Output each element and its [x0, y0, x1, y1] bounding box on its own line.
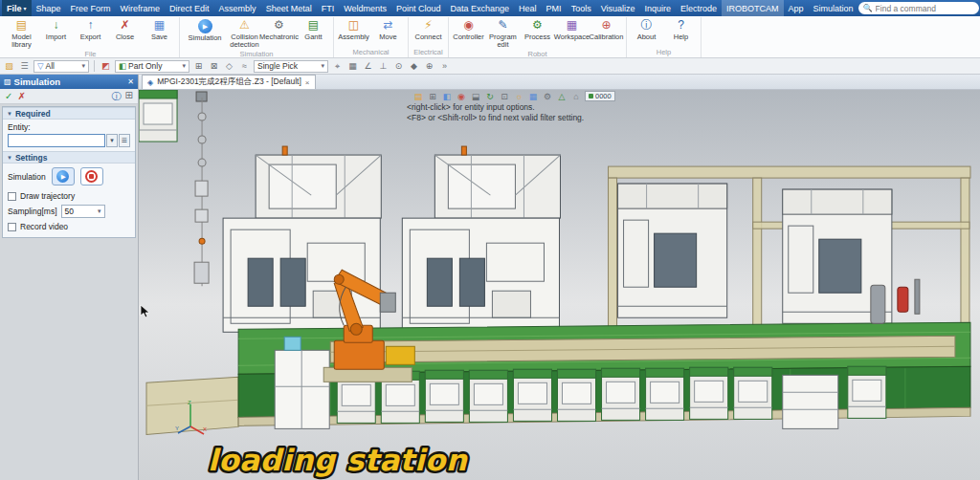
save-button[interactable]: ▦Save: [143, 17, 176, 41]
export-button[interactable]: ↑Export: [74, 17, 107, 41]
panel-close-icon[interactable]: ✕: [127, 77, 134, 86]
document-tab[interactable]: ◈ MPGI-2301完成2程序组合.Z3 - [Default] ×: [142, 75, 316, 89]
menu-tab-fti[interactable]: FTI: [317, 0, 340, 16]
bounds-icon[interactable]: ⊡: [499, 92, 510, 101]
menu-tab-wireframe[interactable]: Wireframe: [116, 0, 166, 16]
angle-snap-icon[interactable]: ∠: [362, 61, 374, 71]
layer-list-icon[interactable]: ☰: [18, 61, 31, 71]
window-layout-icon[interactable]: ⊞: [427, 92, 438, 101]
menu-tab-inquire[interactable]: Inquire: [640, 0, 677, 16]
menu-tab-electrode[interactable]: Electrode: [676, 0, 722, 16]
menu-tab-visualize[interactable]: Visualize: [596, 0, 640, 16]
loading-cabinet[interactable]: [275, 337, 329, 428]
menu-tab-sheet-metal[interactable]: Sheet Metal: [261, 0, 317, 16]
menu-tab-data-exchange[interactable]: Data Exchange: [446, 0, 515, 16]
center-snap-icon[interactable]: ⊙: [392, 61, 405, 71]
menu-tab-weldments[interactable]: Weldments: [339, 0, 391, 16]
menu-tab-assembly[interactable]: Assembly: [214, 0, 261, 16]
tab-close-icon[interactable]: ×: [305, 78, 310, 87]
pick-style-icon[interactable]: ◩: [100, 61, 112, 71]
cancel-icon[interactable]: ✗: [17, 91, 25, 101]
program-edit-button[interactable]: ✎Program edit: [486, 17, 520, 50]
menu-tab-pmi[interactable]: PMI: [542, 0, 567, 16]
assembly-button[interactable]: ◫Assembly: [337, 17, 370, 41]
workspace-button[interactable]: ▦Workspace: [555, 17, 589, 41]
select-chain-icon[interactable]: ≈: [238, 61, 251, 71]
perpendicular-snap-icon[interactable]: ⊥: [377, 61, 390, 71]
panel-header[interactable]: ▨ Simulation ✕: [0, 75, 138, 89]
intersection-snap-icon[interactable]: ⊕: [423, 61, 435, 71]
model-library-button[interactable]: ▤Model library: [5, 17, 38, 50]
simulation-button[interactable]: ▶Simulation: [183, 17, 227, 42]
pick-scope-dropdown[interactable]: ◧Part Only▾: [115, 60, 189, 73]
menu-tab-simulation[interactable]: Simulation: [809, 0, 858, 16]
menu-tab-tools[interactable]: Tools: [567, 0, 596, 16]
draw-trajectory-checkbox[interactable]: [8, 192, 16, 201]
sampling-combo[interactable]: 50 ▾: [61, 205, 105, 218]
required-section-header[interactable]: ▼ Required: [3, 107, 135, 120]
endpoint-snap-icon[interactable]: ◆: [408, 61, 420, 71]
menu-tab-irobotcam[interactable]: IROBOTCAM: [722, 0, 784, 16]
calibration-button[interactable]: ⊕Calibration: [590, 17, 623, 41]
pick-mode-dropdown[interactable]: Single Pick▾: [254, 60, 328, 73]
menu-tab-point-cloud[interactable]: Point Cloud: [391, 0, 446, 16]
light-icon[interactable]: ☼: [513, 92, 524, 101]
select-window-icon[interactable]: ⊞: [192, 61, 205, 71]
process-button[interactable]: ⚙Process: [521, 17, 554, 41]
machine-2[interactable]: [402, 146, 560, 332]
grid-snap-icon[interactable]: ▦: [346, 61, 359, 71]
command-search[interactable]: 🔍: [858, 2, 979, 14]
menu-tab-app[interactable]: App: [784, 0, 809, 16]
machine-3[interactable]: [618, 184, 727, 317]
entity-input[interactable]: [8, 134, 105, 147]
menu-tab-heal[interactable]: Heal: [514, 0, 542, 16]
move-button[interactable]: ⇄Move: [371, 17, 405, 41]
select-polygon-icon[interactable]: ◇: [223, 61, 235, 71]
tool-rack[interactable]: [194, 92, 209, 286]
info-icon[interactable]: ⓘ: [112, 90, 122, 103]
hatch-icon[interactable]: ▦: [527, 92, 539, 101]
entity-list-icon[interactable]: ☰: [119, 134, 130, 147]
machine-1[interactable]: [223, 146, 381, 332]
hint-line-2: <F8> or <Shift-roll> to find next valid …: [407, 113, 584, 123]
help-button[interactable]: ?Help: [664, 17, 698, 41]
close-button[interactable]: ✗Close: [108, 17, 142, 41]
settings-icon[interactable]: ⚙: [542, 92, 553, 101]
import-button[interactable]: ↓Import: [39, 17, 73, 41]
menu-tab-file[interactable]: File▾: [2, 0, 32, 16]
help-icon: ?: [678, 18, 684, 33]
ribbon-group-robot: ◉Controller✎Program edit⚙Process▦Workspa…: [449, 17, 627, 57]
section-view-icon[interactable]: ⬓: [470, 92, 481, 101]
settings-section-header[interactable]: ▼ Settings: [3, 151, 135, 164]
select-cross-icon[interactable]: ⊠: [208, 61, 220, 71]
record-video-checkbox[interactable]: [8, 223, 16, 231]
ok-icon[interactable]: ✓: [5, 91, 12, 101]
pin-panel-icon[interactable]: ⊞: [125, 90, 133, 103]
snap-target-icon[interactable]: ⌖: [331, 61, 344, 72]
menu-tab-shape[interactable]: Shape: [32, 0, 66, 16]
more-options-icon[interactable]: »: [438, 61, 451, 71]
gantt-button[interactable]: ▤Gantt: [297, 17, 330, 41]
controller-button[interactable]: ◉Controller: [452, 17, 485, 41]
filter-dropdown[interactable]: ▽All▾: [33, 60, 89, 73]
menu-tab-direct-edit[interactable]: Direct Edit: [165, 0, 214, 16]
play-simulation-button[interactable]: ▶: [52, 167, 75, 185]
about-button[interactable]: ⓘAbout: [630, 17, 663, 41]
record-view-icon[interactable]: ◉: [456, 92, 467, 101]
3d-scene[interactable]: loading station: [139, 90, 980, 480]
panel-toolbar-left: ✓✗: [5, 91, 26, 101]
viewport[interactable]: loading station ▤⊞◧◉⬓↻⊡☼▦⚙△⌂ 0000 <right…: [139, 90, 980, 480]
mechatronic-button[interactable]: ⚙Mechatronic: [262, 17, 296, 41]
collision-detection-button[interactable]: ⚠Collision detection: [228, 17, 261, 50]
entity-dropdown-icon[interactable]: ▾: [106, 134, 118, 147]
view-orientation-icon[interactable]: ▤: [412, 92, 424, 101]
home-view-icon[interactable]: ⌂: [570, 92, 582, 101]
connect-button[interactable]: ⚡Connect: [412, 17, 445, 41]
shade-mode-icon[interactable]: ◧: [441, 92, 453, 101]
search-input[interactable]: [876, 4, 974, 13]
stop-simulation-button[interactable]: [80, 167, 103, 185]
menu-tab-free-form[interactable]: Free Form: [66, 0, 116, 16]
manager-icon[interactable]: ▨: [3, 61, 15, 71]
refresh-view-icon[interactable]: ↻: [484, 92, 496, 101]
triangle-mesh-icon[interactable]: △: [556, 92, 568, 101]
